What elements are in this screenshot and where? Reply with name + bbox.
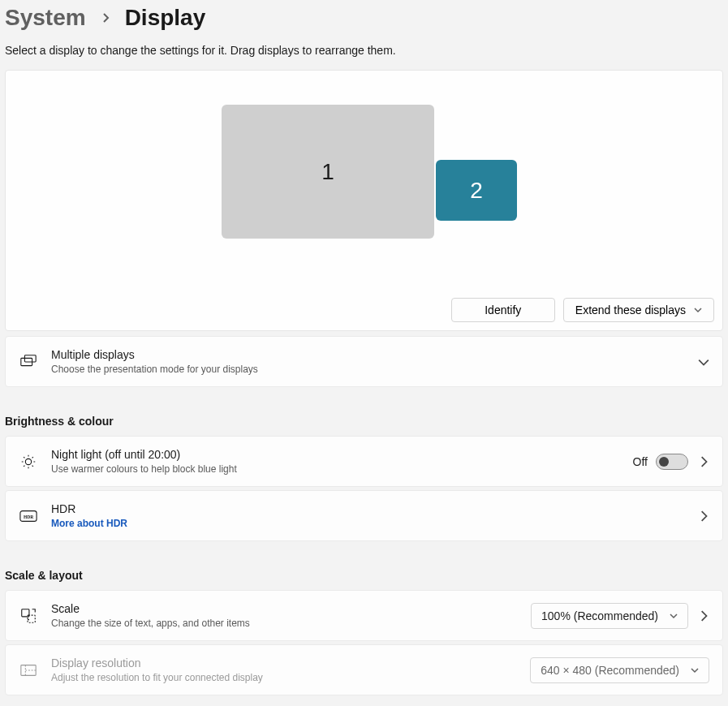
display-mode-value: Extend these displays: [575, 303, 686, 316]
page-subtitle: Select a display to change the settings …: [5, 44, 723, 57]
display-arrange-canvas[interactable]: 1 2: [14, 79, 714, 298]
monitor-tile-1[interactable]: 1: [222, 105, 434, 239]
section-brightness-colour: Brightness & colour: [5, 415, 723, 428]
chevron-down-icon: [694, 306, 702, 314]
row-night-desc: Use warmer colours to help block blue li…: [51, 463, 620, 476]
row-multiple-desc: Choose the presentation mode for your di…: [51, 363, 685, 376]
row-resolution-title: Display resolution: [51, 656, 517, 671]
chevron-right-icon[interactable]: [698, 456, 709, 467]
monitor-tile-2[interactable]: 2: [436, 160, 517, 221]
scale-icon: [19, 606, 38, 626]
row-multiple-title: Multiple displays: [51, 347, 685, 363]
display-arrange-box: 1 2 Identify Extend these displays: [5, 70, 723, 331]
breadcrumb-parent-link[interactable]: System: [5, 5, 86, 31]
row-multiple-displays[interactable]: Multiple displays Choose the presentatio…: [5, 336, 723, 387]
resolution-dropdown-value: 640 × 480 (Recommended): [541, 664, 679, 677]
multiple-displays-icon: [19, 352, 38, 372]
row-scale[interactable]: Scale Change the size of text, apps, and…: [5, 590, 723, 641]
scale-dropdown[interactable]: 100% (Recommended): [531, 603, 688, 629]
row-hdr-title: HDR: [51, 502, 685, 517]
night-light-state-label: Off: [633, 455, 648, 468]
chevron-down-icon: [670, 612, 678, 620]
night-light-toggle[interactable]: [656, 454, 688, 470]
svg-text:HDR: HDR: [24, 514, 34, 519]
page-title: Display: [125, 5, 206, 31]
chevron-down-icon: [691, 666, 699, 674]
row-night-title: Night light (off until 20:00): [51, 447, 620, 463]
breadcrumb: System Display: [5, 5, 723, 31]
chevron-right-icon: [101, 13, 110, 23]
identify-button[interactable]: Identify: [451, 298, 555, 322]
row-hdr-link[interactable]: More about HDR: [51, 517, 685, 530]
scale-dropdown-value: 100% (Recommended): [541, 609, 658, 622]
row-resolution-desc: Adjust the resolution to fit your connec…: [51, 671, 517, 684]
chevron-right-icon[interactable]: [698, 510, 709, 522]
row-scale-desc: Change the size of text, apps, and other…: [51, 617, 518, 630]
expand-chevron-down-icon[interactable]: [698, 356, 709, 368]
chevron-right-icon[interactable]: [698, 610, 709, 622]
row-night-light[interactable]: Night light (off until 20:00) Use warmer…: [5, 436, 723, 487]
display-mode-dropdown[interactable]: Extend these displays: [563, 298, 714, 322]
row-display-resolution[interactable]: Display resolution Adjust the resolution…: [5, 644, 723, 695]
identify-button-label: Identify: [485, 303, 521, 316]
section-scale-layout: Scale & layout: [5, 569, 723, 582]
svg-point-2: [25, 458, 31, 464]
row-scale-title: Scale: [51, 601, 518, 617]
row-hdr[interactable]: HDR HDR More about HDR: [5, 490, 723, 541]
hdr-icon: HDR: [19, 506, 38, 526]
resolution-icon: [19, 661, 38, 680]
resolution-dropdown[interactable]: 640 × 480 (Recommended): [530, 657, 709, 683]
night-light-icon: [19, 452, 38, 471]
